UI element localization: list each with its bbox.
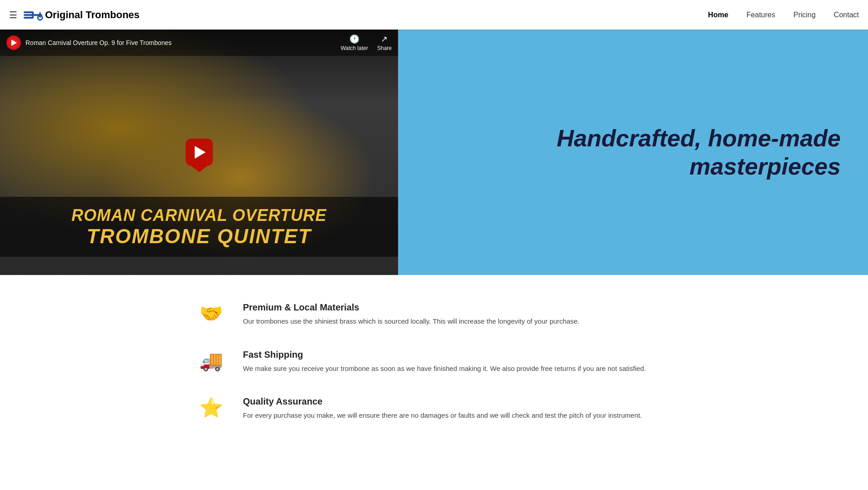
hero-heading: Handcrafted, home-made masterpieces (557, 124, 841, 181)
nav-links: Home Features Pricing Contact (708, 11, 859, 19)
video-overlay-title: ROMAN CARNIVAL OVERTURE TROMBONE QUINTET (0, 197, 398, 257)
nav-features[interactable]: Features (747, 11, 775, 19)
feature-content: Quality Assurance For every purchase you… (243, 396, 642, 421)
play-triangle-icon (195, 146, 206, 159)
watch-later-button[interactable]: 🕐 Watch later (341, 34, 368, 51)
feature-item: ⭐ Quality Assurance For every purchase y… (170, 396, 698, 421)
video-title: Roman Carnival Overture Op. 9 for Five T… (25, 39, 341, 46)
video-overlay-line2: TROMBONE QUINTET (14, 225, 384, 248)
nav-home[interactable]: Home (708, 11, 728, 19)
video-top-bar: Roman Carnival Overture Op. 9 for Five T… (0, 30, 398, 56)
video-overlay-line1: ROMAN CARNIVAL OVERTURE (14, 206, 384, 225)
svg-rect-2 (24, 17, 33, 19)
svg-rect-1 (24, 11, 33, 13)
feature-title: Fast Shipping (243, 350, 646, 360)
watch-later-label: Watch later (341, 45, 368, 51)
logo[interactable]: Original Trombones (23, 6, 140, 24)
play-button-notch (190, 165, 208, 172)
watch-later-icon: 🕐 (349, 34, 359, 44)
hero-heading-line1: Handcrafted, home-made (557, 125, 841, 151)
nav-pricing[interactable]: Pricing (793, 11, 816, 19)
navbar: ☰ Original Trombones Home Features Prici… (0, 0, 868, 30)
quality-assurance-icon: ⭐ (197, 396, 225, 419)
logo-icon (23, 6, 43, 24)
feature-content: Fast Shipping We make sure you receive y… (243, 350, 646, 374)
hero-video[interactable]: Roman Carnival Overture Op. 9 for Five T… (0, 30, 398, 275)
video-actions: 🕐 Watch later ↗ Share (341, 34, 392, 51)
feature-desc: Our trombones use the shiniest brass whi… (243, 316, 580, 327)
channel-icon (6, 35, 21, 50)
nav-contact[interactable]: Contact (834, 11, 859, 19)
feature-item: 🚚 Fast Shipping We make sure you receive… (170, 350, 698, 374)
hero-text-panel: Handcrafted, home-made masterpieces (398, 30, 868, 275)
feature-item: 🤝 Premium & Local Materials Our trombone… (170, 302, 698, 327)
feature-desc: We make sure you receive your trombone a… (243, 364, 646, 374)
share-icon: ↗ (381, 34, 388, 44)
hero-heading-line2: masterpieces (690, 153, 841, 180)
logo-text: Original Trombones (45, 9, 140, 21)
svg-rect-3 (32, 11, 34, 19)
feature-title: Premium & Local Materials (243, 302, 580, 313)
feature-title: Quality Assurance (243, 396, 642, 407)
premium-materials-icon: 🤝 (197, 302, 225, 325)
hamburger-menu-icon[interactable]: ☰ (9, 10, 17, 20)
feature-content: Premium & Local Materials Our trombones … (243, 302, 580, 327)
hero-section: Roman Carnival Overture Op. 9 for Five T… (0, 30, 868, 275)
share-label: Share (377, 45, 392, 51)
features-section: 🤝 Premium & Local Materials Our trombone… (161, 275, 707, 462)
feature-desc: For every purchase you make, we will ens… (243, 410, 642, 421)
share-button[interactable]: ↗ Share (377, 34, 392, 51)
play-button[interactable] (186, 139, 213, 166)
fast-shipping-icon: 🚚 (197, 350, 225, 372)
